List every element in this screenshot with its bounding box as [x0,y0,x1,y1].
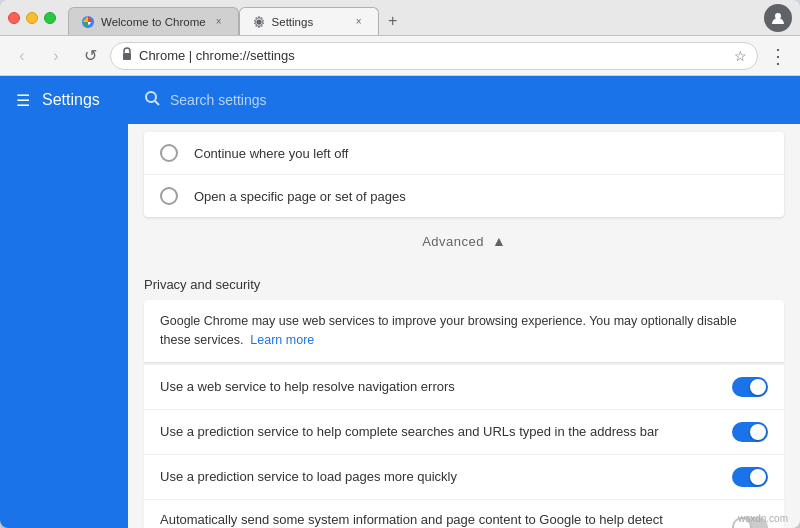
toggle-nav-errors[interactable] [732,377,768,397]
toggle-row-prediction: Use a prediction service to help complet… [144,409,784,454]
toggle-row-dangerous: Automatically send some system informati… [144,499,784,529]
settings-scroll[interactable]: Continue where you left off Open a speci… [128,124,800,528]
close-button[interactable] [8,12,20,24]
svg-line-6 [155,101,159,105]
advanced-row[interactable]: Advanced ▲ [128,217,800,265]
traffic-lights [8,12,56,24]
content-area: Continue where you left off Open a speci… [128,76,800,528]
svg-point-5 [146,92,156,102]
toggle-load-pages[interactable] [732,467,768,487]
tab-welcome[interactable]: Welcome to Chrome × [68,7,239,35]
tab-settings-close[interactable]: × [352,15,366,29]
privacy-section-title: Privacy and security [128,265,800,300]
svg-point-2 [256,19,261,24]
tab-settings-label: Settings [272,16,346,28]
sidebar-title: Settings [42,91,100,109]
sidebar: ☰ Settings [0,76,128,528]
advanced-label: Advanced [422,234,484,249]
svg-rect-4 [123,53,131,60]
watermark: wsxdn.com [738,513,788,524]
toggle-prediction[interactable] [732,422,768,442]
radio-specific-circle[interactable] [160,187,178,205]
forward-button[interactable]: › [42,42,70,70]
omnibox[interactable]: Chrome | chrome://settings ☆ [110,42,758,70]
radio-continue-label: Continue where you left off [194,146,348,161]
toggle-load-pages-thumb [750,469,766,485]
toggle-nav-errors-thumb [750,379,766,395]
privacy-info-box: Google Chrome may use web services to im… [144,300,784,362]
toggle-nav-errors-label: Use a web service to help resolve naviga… [160,379,732,394]
url-display: Chrome | chrome://settings [139,48,728,63]
new-tab-button[interactable]: + [379,7,407,35]
tab-welcome-close[interactable]: × [212,15,226,29]
radio-specific-label: Open a specific page or set of pages [194,189,406,204]
advanced-arrow-icon: ▲ [492,233,506,249]
radio-continue-circle[interactable] [160,144,178,162]
toggle-dangerous-label: Automatically send some system informati… [160,512,732,529]
learn-more-link[interactable]: Learn more [250,333,314,347]
maximize-button[interactable] [44,12,56,24]
settings-body: Continue where you left off Open a speci… [128,124,800,528]
privacy-section: Privacy and security Google Chrome may u… [128,265,800,528]
menu-button[interactable]: ⋮ [764,42,792,70]
tab-settings-favicon [252,15,266,29]
toggle-prediction-thumb [750,424,766,440]
tab-settings[interactable]: Settings × [239,7,379,35]
tab-welcome-favicon [81,15,95,29]
search-bar [128,76,800,124]
privacy-info-text: Google Chrome may use web services to im… [160,314,737,347]
radio-option-continue[interactable]: Continue where you left off [144,132,784,175]
lock-icon [121,47,133,64]
browser-window: Welcome to Chrome × Settings × + ‹ › [0,0,800,528]
reload-button[interactable]: ↺ [76,42,104,70]
back-button[interactable]: ‹ [8,42,36,70]
tab-welcome-label: Welcome to Chrome [101,16,206,28]
search-input[interactable] [170,92,784,108]
toggle-row-nav-errors: Use a web service to help resolve naviga… [144,364,784,409]
toggle-prediction-label: Use a prediction service to help complet… [160,424,732,439]
titlebar: Welcome to Chrome × Settings × + [0,0,800,36]
bookmark-icon[interactable]: ☆ [734,48,747,64]
hamburger-icon[interactable]: ☰ [16,91,30,110]
toggle-load-pages-label: Use a prediction service to load pages m… [160,469,732,484]
sidebar-header: ☰ Settings [0,76,128,124]
minimize-button[interactable] [26,12,38,24]
navbar: ‹ › ↺ Chrome | chrome://settings ☆ ⋮ [0,36,800,76]
content-wrapper: Continue where you left off Open a speci… [128,76,800,528]
search-icon [144,90,160,110]
profile-button[interactable] [764,4,792,32]
startup-card: Continue where you left off Open a speci… [144,132,784,217]
toggle-row-load-pages: Use a prediction service to load pages m… [144,454,784,499]
main-area: ☰ Settings [0,76,800,528]
radio-option-specific[interactable]: Open a specific page or set of pages [144,175,784,217]
tabs-area: Welcome to Chrome × Settings × + [68,0,756,35]
